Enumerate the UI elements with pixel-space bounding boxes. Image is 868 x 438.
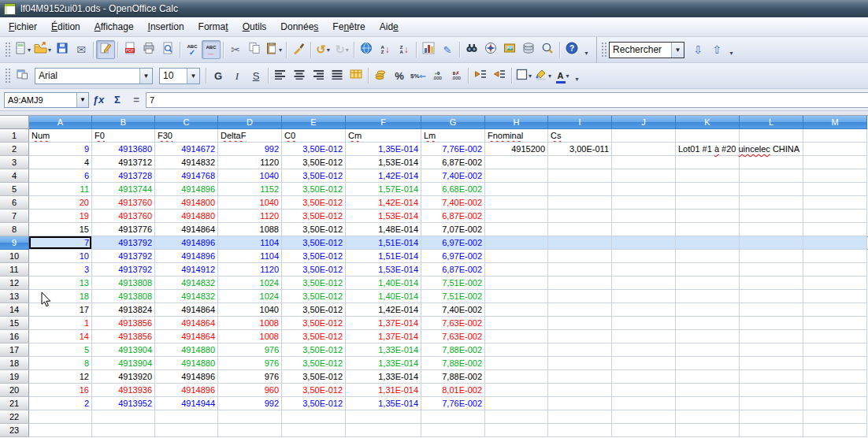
cell-I[interactable] xyxy=(548,303,612,317)
cell-D[interactable]: 992 xyxy=(218,397,282,410)
cell-E[interactable]: 3,50E-012 xyxy=(282,357,346,370)
select-all-corner[interactable] xyxy=(0,116,29,129)
cell-G[interactable]: 6,87E-002 xyxy=(421,156,485,169)
cell-J[interactable] xyxy=(612,357,676,370)
cell-K[interactable] xyxy=(676,210,740,223)
cell-L[interactable] xyxy=(740,370,803,384)
cell-M[interactable] xyxy=(803,303,867,317)
cell-A[interactable]: 1 xyxy=(29,317,92,330)
menu-fenetre[interactable]: Fenêtre xyxy=(325,19,372,35)
name-box-dropdown-icon[interactable]: ▼ xyxy=(76,93,88,107)
row-header-4[interactable]: 4 xyxy=(0,169,29,183)
cell-E[interactable]: C0 xyxy=(282,129,346,143)
menu-aide[interactable]: Aide xyxy=(373,19,406,35)
find-next-button[interactable]: ⇩ xyxy=(688,40,707,59)
cell-G[interactable]: 7,76E-002 xyxy=(421,143,485,156)
increase-indent-button[interactable] xyxy=(490,66,509,85)
cell-D[interactable]: 1040 xyxy=(218,169,282,183)
cell-L[interactable] xyxy=(740,236,803,250)
cell-A[interactable]: 5 xyxy=(29,343,92,357)
cell-K[interactable] xyxy=(676,223,740,236)
column-header-A[interactable]: A xyxy=(29,116,92,129)
cell-J[interactable] xyxy=(612,277,676,290)
cell-F[interactable]: 1,37E-014 xyxy=(346,330,421,343)
cell-M[interactable] xyxy=(803,236,867,250)
cell-I[interactable] xyxy=(548,250,612,263)
cell-J[interactable] xyxy=(612,303,676,317)
cell-B[interactable]: 4913936 xyxy=(92,384,155,397)
cell-J[interactable] xyxy=(612,384,676,397)
font-size-dropdown-icon[interactable]: ▼ xyxy=(187,69,199,84)
edit-mode-button[interactable] xyxy=(96,40,115,59)
cell-A[interactable]: 9 xyxy=(29,143,92,156)
row-header-14[interactable]: 14 xyxy=(0,303,29,317)
cell-M[interactable] xyxy=(803,250,867,263)
align-justify-button[interactable] xyxy=(328,66,347,85)
cell-E[interactable]: 3,50E-012 xyxy=(282,183,346,196)
cell-A[interactable]: 3 xyxy=(29,263,92,277)
cell-B[interactable]: 4913744 xyxy=(92,183,155,196)
cell-J[interactable] xyxy=(612,424,676,437)
cell-L[interactable] xyxy=(740,303,803,317)
draw-functions-button[interactable]: ✎ xyxy=(438,40,457,59)
cell-H[interactable] xyxy=(485,357,548,370)
name-box[interactable]: A9:AMJ9 ▼ xyxy=(4,92,89,108)
cell-C[interactable]: 4914864 xyxy=(155,330,218,343)
cell-G[interactable]: 7,40E-002 xyxy=(421,303,485,317)
cell-I[interactable] xyxy=(548,183,612,196)
cell-L[interactable] xyxy=(740,277,803,290)
cell-A[interactable]: 2 xyxy=(29,397,92,410)
background-color-button[interactable]: ▾ xyxy=(533,66,553,85)
cell-B[interactable]: 4913952 xyxy=(92,397,155,410)
cell-G[interactable]: 7,88E-002 xyxy=(421,357,485,370)
cell-L[interactable] xyxy=(740,196,803,210)
cell-C[interactable]: 4914864 xyxy=(155,317,218,330)
cell-J[interactable] xyxy=(612,210,676,223)
cell-F[interactable]: 1,53E-014 xyxy=(346,156,421,169)
find-replace-button[interactable] xyxy=(462,40,481,59)
cell-H[interactable]: Fnominal xyxy=(485,129,548,143)
cell-E[interactable]: 3,50E-012 xyxy=(282,143,346,156)
cell-K[interactable] xyxy=(676,263,740,277)
find-previous-button[interactable]: ⇧ xyxy=(707,40,726,59)
font-color-button[interactable]: A▾ xyxy=(553,66,572,85)
cell-K[interactable] xyxy=(676,330,740,343)
cell-J[interactable] xyxy=(612,397,676,410)
cell-F[interactable]: 1,37E-014 xyxy=(346,317,421,330)
cell-J[interactable] xyxy=(612,156,676,169)
cell-A[interactable] xyxy=(29,410,92,424)
font-name-dropdown-icon[interactable]: ▼ xyxy=(139,69,152,84)
cell-B[interactable]: 4913760 xyxy=(92,210,155,223)
background-color-dropdown-icon[interactable]: ▾ xyxy=(548,72,551,80)
cell-F[interactable]: 1,53E-014 xyxy=(346,263,421,277)
cell-H[interactable]: 4915200 xyxy=(485,143,548,156)
cell-M[interactable] xyxy=(803,156,867,169)
cell-J[interactable] xyxy=(612,143,676,156)
cell-I[interactable] xyxy=(548,424,612,437)
cell-D[interactable]: 976 xyxy=(218,357,282,370)
open-dropdown-icon[interactable]: ▾ xyxy=(48,46,51,54)
cell-A[interactable]: 8 xyxy=(29,357,92,370)
cell-L[interactable] xyxy=(740,129,803,143)
cell-G[interactable]: 7,63E-002 xyxy=(421,317,485,330)
cell-F[interactable]: 1,31E-014 xyxy=(346,384,421,397)
column-header-F[interactable]: F xyxy=(346,116,421,129)
cell-K[interactable] xyxy=(676,290,740,303)
cell-B[interactable] xyxy=(92,424,155,437)
cell-K[interactable] xyxy=(676,343,740,357)
cell-M[interactable] xyxy=(803,330,867,343)
cell-B[interactable]: 4913824 xyxy=(92,303,155,317)
cell-B[interactable]: 4913792 xyxy=(92,250,155,263)
new-document-button[interactable]: ▾ xyxy=(13,40,32,59)
cell-I[interactable] xyxy=(548,263,612,277)
cell-I[interactable] xyxy=(548,210,612,223)
column-header-I[interactable]: I xyxy=(548,116,612,129)
cell-D[interactable]: 992 xyxy=(218,143,282,156)
cell-C[interactable]: 4914672 xyxy=(155,143,218,156)
cell-K[interactable] xyxy=(676,156,740,169)
cell-G[interactable]: 7,40E-002 xyxy=(421,169,485,183)
cell-H[interactable] xyxy=(485,343,548,357)
cell-F[interactable]: 1,42E-014 xyxy=(346,303,421,317)
cell-I[interactable] xyxy=(548,223,612,236)
menu-affichage[interactable]: Affichage xyxy=(87,19,141,35)
